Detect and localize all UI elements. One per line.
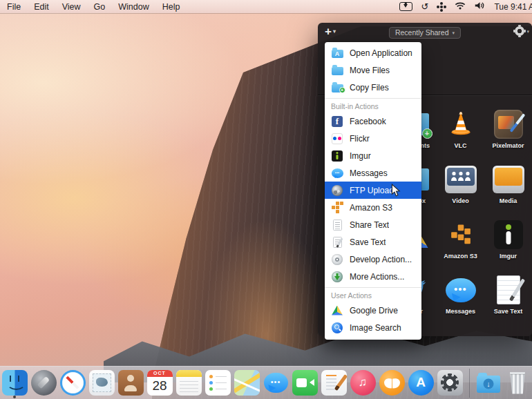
- menu-item-google-drive[interactable]: Google Drive: [325, 302, 421, 319]
- dock-item-notes[interactable]: [176, 369, 202, 397]
- dock-item-ibooks[interactable]: [379, 369, 405, 397]
- grid-item-vlc[interactable]: VLC: [437, 106, 484, 161]
- menu-item-imgur[interactable]: Imgur: [325, 147, 421, 164]
- menu-item-image-search[interactable]: Image Search: [325, 319, 421, 336]
- menu-window[interactable]: Window: [118, 2, 149, 12]
- grid-item-label: VLC: [455, 142, 467, 149]
- menu-item-move-files[interactable]: Move Files: [325, 61, 421, 79]
- menu-edit[interactable]: Edit: [34, 2, 49, 12]
- dock-item-finder[interactable]: [2, 369, 28, 397]
- dock-divider: [469, 369, 470, 398]
- launchpad-rocket-icon: [31, 370, 57, 396]
- calendar-icon: OCT 28: [147, 370, 173, 396]
- finder-icon: [2, 370, 28, 396]
- google-drive-icon: [331, 304, 343, 317]
- dock: OCT 28: [0, 366, 532, 399]
- menu-item-develop-action[interactable]: Develop Action...: [325, 251, 421, 268]
- save-text-icon: [497, 274, 520, 306]
- share-tray-icon[interactable]: [399, 2, 412, 11]
- dock-item-itunes[interactable]: [350, 369, 376, 397]
- messages-bubble-icon: [264, 373, 288, 393]
- grid-item-messages[interactable]: Messages: [437, 271, 484, 327]
- menu-item-label: Open Application: [350, 48, 412, 58]
- menu-view[interactable]: View: [62, 2, 81, 12]
- menu-go[interactable]: Go: [94, 2, 106, 12]
- itunes-music-icon: [350, 370, 376, 396]
- menu-item-label: Image Search: [350, 323, 401, 333]
- menu-item-flickr[interactable]: Flickr: [325, 130, 421, 147]
- folder-plus-icon: [331, 81, 343, 94]
- media-drive-icon: [493, 164, 524, 195]
- calendar-day: 28: [147, 377, 173, 395]
- menu-bar-status-area: ↺ Tue 9:41 AM: [399, 0, 532, 13]
- menu-help[interactable]: Help: [162, 2, 180, 12]
- facebook-icon: [331, 115, 343, 128]
- section-header-built-in-actions: Built-in Actions: [325, 98, 421, 113]
- grid-item-save-text[interactable]: Save Text: [484, 271, 532, 327]
- dock-item-launchpad[interactable]: [31, 369, 57, 397]
- menu-item-messages[interactable]: Messages: [325, 164, 421, 182]
- grid-item-pixelmator[interactable]: Pixelmator: [484, 106, 532, 161]
- grid-item-amazon-s3[interactable]: Amazon S3: [437, 216, 484, 271]
- safari-compass-icon: [60, 370, 86, 396]
- menu-item-label: Share Text: [350, 220, 389, 230]
- menu-item-copy-files[interactable]: Copy Files: [325, 79, 421, 96]
- add-action-button[interactable]: +▾: [325, 25, 336, 39]
- downloads-folder-icon: [477, 376, 500, 393]
- menu-item-amazon-s3[interactable]: Amazon S3: [325, 199, 421, 216]
- dock-item-app-store[interactable]: [408, 369, 434, 397]
- grid-item-label: Save Text: [494, 308, 522, 315]
- imgur-icon: [494, 219, 523, 251]
- grid-item-media[interactable]: Media: [484, 161, 532, 216]
- menu-item-share-text[interactable]: Share Text: [325, 216, 421, 233]
- menu-bar-clock[interactable]: Tue 9:41 AM: [494, 2, 532, 12]
- time-machine-icon[interactable]: ↺: [421, 2, 429, 11]
- menu-item-label: Save Text: [350, 237, 386, 247]
- dock-item-safari[interactable]: [60, 369, 86, 397]
- dock-item-calendar[interactable]: OCT 28: [147, 369, 173, 397]
- menu-item-open-application[interactable]: Open Application: [325, 44, 421, 61]
- gear-icon: [515, 26, 524, 36]
- reminders-icon: [205, 370, 231, 396]
- grid-item-label: Messages: [446, 308, 475, 315]
- document-pencil-icon: [331, 236, 343, 249]
- maps-icon: [234, 370, 260, 396]
- menu-item-label: More Actions...: [350, 272, 404, 282]
- dock-item-downloads[interactable]: [476, 369, 502, 397]
- wifi-icon[interactable]: [455, 1, 466, 12]
- menu-item-ftp-upload-selected[interactable]: FTP Upload: [325, 182, 421, 199]
- dock-item-mail[interactable]: [89, 369, 115, 397]
- dock-item-pages[interactable]: [321, 369, 347, 397]
- volume-icon[interactable]: [475, 1, 485, 12]
- amazon-s3-icon: [450, 219, 472, 251]
- dock-item-reminders[interactable]: [205, 369, 231, 397]
- mail-stamp-icon: [89, 370, 115, 396]
- menu-item-label: Imgur: [350, 151, 371, 161]
- collection-dropdown[interactable]: Recently Shared▾: [389, 27, 461, 39]
- dock-item-system-preferences[interactable]: [437, 369, 463, 397]
- grid-item-label: Video: [452, 197, 468, 204]
- fan-icon[interactable]: [440, 6, 443, 8]
- menu-item-label: Google Drive: [350, 306, 398, 315]
- menu-item-facebook[interactable]: Facebook: [325, 113, 421, 130]
- section-header-user-actions: User Actions: [325, 287, 421, 302]
- grid-item-label: Amazon S3: [444, 253, 477, 260]
- grid-item-video[interactable]: Video: [437, 161, 484, 216]
- menu-file[interactable]: File: [7, 2, 21, 12]
- menu-item-label: FTP Upload: [350, 186, 394, 195]
- dock-item-messages[interactable]: [263, 369, 289, 397]
- chevron-down-icon: ▾: [453, 30, 455, 35]
- menu-item-save-text[interactable]: Save Text: [325, 233, 421, 251]
- dock-item-contacts[interactable]: [118, 369, 144, 397]
- dock-item-trash[interactable]: [505, 369, 531, 397]
- panel-toolbar: +▾ Recently Shared▾ ▾: [318, 23, 532, 42]
- menu-item-more-actions[interactable]: More Actions...: [325, 268, 421, 285]
- dock-item-maps[interactable]: [234, 369, 260, 397]
- globe-icon: [331, 184, 343, 197]
- settings-button[interactable]: ▾: [515, 26, 529, 38]
- menu-item-label: Move Files: [350, 66, 390, 75]
- develop-gear-icon: [331, 253, 343, 266]
- dock-item-facetime[interactable]: [292, 369, 318, 397]
- flickr-icon: [331, 133, 343, 145]
- grid-item-imgur[interactable]: Imgur: [484, 216, 532, 271]
